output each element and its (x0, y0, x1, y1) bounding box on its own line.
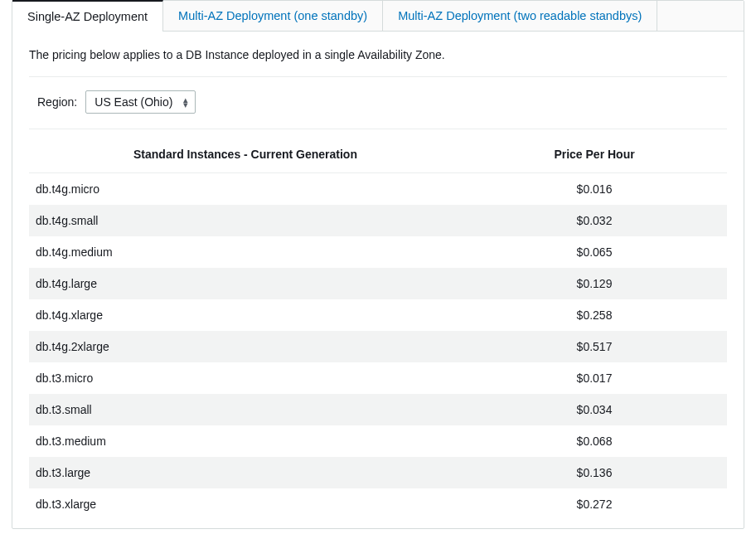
price-cell: $0.272 (462, 488, 727, 520)
table-row: db.t3.small$0.034 (29, 394, 727, 425)
instance-type-cell: db.t3.small (29, 394, 462, 425)
region-label: Region: (37, 95, 77, 109)
table-row: db.t4g.medium$0.065 (29, 236, 727, 268)
tab-list: Single-AZ Deployment Multi-AZ Deployment… (12, 1, 744, 32)
price-cell: $0.136 (462, 457, 727, 488)
price-cell: $0.017 (462, 362, 727, 394)
price-cell: $0.032 (462, 205, 727, 236)
table-row: db.t3.medium$0.068 (29, 425, 727, 457)
instance-type-cell: db.t4g.medium (29, 236, 462, 268)
table-row: db.t3.micro$0.017 (29, 362, 727, 394)
table-row: db.t4g.small$0.032 (29, 205, 727, 236)
pricing-table: Standard Instances - Current Generation … (29, 138, 727, 520)
tab-multi-az-one-standby[interactable]: Multi-AZ Deployment (one standby) (163, 1, 383, 31)
instance-type-cell: db.t3.micro (29, 362, 462, 394)
price-cell: $0.258 (462, 299, 727, 331)
region-select[interactable]: US East (Ohio) (85, 90, 196, 114)
region-select-wrapper: US East (Ohio) ▴▾ (85, 90, 196, 114)
instance-type-cell: db.t4g.micro (29, 173, 462, 206)
tab-multi-az-two-standbys[interactable]: Multi-AZ Deployment (two readable standb… (383, 1, 657, 31)
instance-type-cell: db.t4g.large (29, 268, 462, 299)
pricing-table-header-row: Standard Instances - Current Generation … (29, 138, 727, 173)
instance-type-cell: db.t3.medium (29, 425, 462, 457)
column-header-instance: Standard Instances - Current Generation (29, 138, 462, 173)
table-row: db.t4g.2xlarge$0.517 (29, 331, 727, 362)
table-row: db.t4g.xlarge$0.258 (29, 299, 727, 331)
region-selector-row: Region: US East (Ohio) ▴▾ (29, 77, 727, 129)
instance-type-cell: db.t3.xlarge (29, 488, 462, 520)
price-cell: $0.129 (462, 268, 727, 299)
price-cell: $0.517 (462, 331, 727, 362)
table-row: db.t4g.large$0.129 (29, 268, 727, 299)
column-header-price: Price Per Hour (462, 138, 727, 173)
instance-type-cell: db.t4g.xlarge (29, 299, 462, 331)
instance-type-cell: db.t4g.small (29, 205, 462, 236)
table-row: db.t3.xlarge$0.272 (29, 488, 727, 520)
tab-single-az[interactable]: Single-AZ Deployment (12, 0, 163, 32)
table-row: db.t4g.micro$0.016 (29, 173, 727, 206)
deployment-tabs-container: Single-AZ Deployment Multi-AZ Deployment… (12, 0, 744, 529)
intro-text: The pricing below applies to a DB Instan… (29, 48, 727, 77)
price-cell: $0.034 (462, 394, 727, 425)
instance-type-cell: db.t3.large (29, 457, 462, 488)
price-cell: $0.016 (462, 173, 727, 206)
table-row: db.t3.large$0.136 (29, 457, 727, 488)
tab-panel-single-az: The pricing below applies to a DB Instan… (12, 32, 744, 528)
price-cell: $0.068 (462, 425, 727, 457)
instance-type-cell: db.t4g.2xlarge (29, 331, 462, 362)
price-cell: $0.065 (462, 236, 727, 268)
